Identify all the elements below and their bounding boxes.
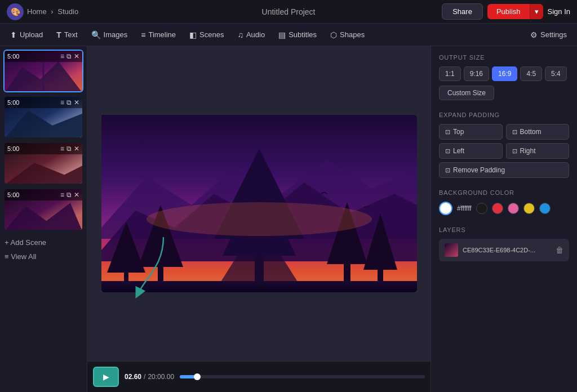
- color-swatch-white[interactable]: [439, 202, 452, 215]
- toolbar-shapes-label: Shapes: [340, 30, 365, 39]
- svg-rect-28: [101, 281, 417, 292]
- color-hex-value: #ffffff: [457, 204, 472, 212]
- ratio-5-4[interactable]: 5:4: [545, 66, 567, 81]
- remove-padding-button[interactable]: ⊡ Remove Padding: [439, 162, 569, 178]
- layers-label: LAYERS: [439, 226, 569, 233]
- padding-left-button[interactable]: ⊡ Left: [439, 143, 503, 159]
- timeline-times: 02.60 / 20:00.00: [125, 373, 174, 381]
- scene-overlay-4: 5:00 ≡ ⧉ ✕: [5, 189, 82, 201]
- color-swatch-pink[interactable]: [508, 203, 519, 214]
- toolbar-images[interactable]: 🔍 Images: [86, 28, 134, 42]
- ratio-16-9[interactable]: 16:9: [492, 66, 517, 81]
- scene-copy-icon-2[interactable]: ⧉: [66, 99, 72, 106]
- padding-left-label: Left: [453, 147, 464, 155]
- scene-menu-icon-1[interactable]: ≡: [60, 52, 64, 60]
- toolbar-timeline[interactable]: ≡ Timeline: [135, 28, 181, 42]
- padding-top-button[interactable]: ⊡ Top: [439, 124, 503, 140]
- remove-padding-icon: ⊡: [445, 167, 450, 174]
- scene-time-3: 5:00: [7, 145, 19, 152]
- topbar-left: 🎨 Home › Studio: [7, 3, 78, 20]
- background-color-label: BACKGROUND COLOR: [439, 189, 569, 196]
- scene-delete-icon-3[interactable]: ✕: [74, 145, 79, 153]
- add-scene-button[interactable]: + Add Scene: [5, 237, 82, 248]
- subtitles-icon: ▤: [278, 30, 286, 39]
- timeline-current-time: 02.60: [125, 373, 141, 381]
- layer-delete-button[interactable]: 🗑: [556, 246, 563, 255]
- topbar-right: Share Publish ▾ Sign In: [442, 3, 570, 20]
- toolbar-text-label: Text: [64, 30, 78, 39]
- padding-right-label: Right: [520, 147, 536, 155]
- ratio-1-1[interactable]: 1:1: [439, 66, 461, 81]
- scene-item-4[interactable]: 5:00 ≡ ⧉ ✕: [3, 188, 83, 231]
- background-color-section: BACKGROUND COLOR #ffffff: [439, 189, 569, 215]
- padding-top-icon: ⊡: [445, 128, 450, 136]
- color-swatch-blue[interactable]: [539, 203, 551, 214]
- upload-icon: ⬆: [10, 30, 17, 39]
- breadcrumb-home[interactable]: Home: [27, 7, 47, 16]
- padding-bottom-icon: ⊡: [512, 128, 517, 136]
- publish-button-group: Publish ▾: [487, 4, 543, 19]
- scene-overlay-1: 5:00 ≡ ⧉ ✕: [5, 51, 82, 62]
- toolbar-scenes-label: Scenes: [199, 30, 224, 39]
- padding-right-button[interactable]: ⊡ Right: [506, 143, 570, 159]
- scene-delete-icon-2[interactable]: ✕: [74, 99, 79, 106]
- scenes-panel: 5:00 ≡ ⧉ ✕: [0, 46, 87, 392]
- toolbar-images-label: Images: [104, 30, 128, 39]
- toolbar-scenes[interactable]: ◧ Scenes: [184, 28, 229, 42]
- output-size-label: OUTPUT SIZE: [439, 54, 569, 61]
- scene-menu-icon-3[interactable]: ≡: [60, 145, 64, 153]
- timeline-track[interactable]: [180, 375, 425, 378]
- toolbar-upload-label: Upload: [20, 30, 43, 39]
- topbar-center: [239, 7, 338, 16]
- scene-delete-icon-1[interactable]: ✕: [74, 52, 79, 60]
- canvas-preview: [101, 115, 417, 292]
- scene-item-3[interactable]: 5:00 ≡ ⧉ ✕: [3, 142, 83, 185]
- toolbar-settings[interactable]: ⚙ Settings: [525, 28, 572, 42]
- padding-bottom-label: Bottom: [520, 128, 542, 136]
- shapes-icon: ⬡: [330, 30, 337, 39]
- canvas-wrapper: [87, 46, 430, 361]
- toolbar-shapes[interactable]: ⬡ Shapes: [325, 28, 370, 42]
- color-swatch-yellow[interactable]: [523, 203, 535, 214]
- scene-copy-icon-1[interactable]: ⧉: [66, 52, 72, 60]
- layer-item[interactable]: CE89C33E-E698-4C2D-... 🗑: [439, 239, 569, 261]
- scene-delete-icon-4[interactable]: ✕: [74, 191, 79, 199]
- color-swatch-red[interactable]: [492, 203, 503, 214]
- custom-size-button[interactable]: Custom Size: [439, 86, 494, 100]
- scene-item-2[interactable]: 5:00 ≡ ⧉ ✕: [3, 96, 83, 139]
- scene-copy-icon-4[interactable]: ⧉: [66, 191, 72, 199]
- expand-padding-label: EXPAND PADDING: [439, 112, 569, 118]
- scene-overlay-2: 5:00 ≡ ⧉ ✕: [5, 97, 82, 108]
- project-title-input[interactable]: [239, 7, 338, 16]
- main-content: 5:00 ≡ ⧉ ✕: [0, 46, 577, 392]
- scene-menu-icon-2[interactable]: ≡: [60, 99, 64, 106]
- timeline-separator: /: [144, 373, 145, 381]
- ratio-4-5[interactable]: 4:5: [520, 66, 542, 81]
- audio-icon: ♫: [237, 30, 243, 39]
- timeline-handle[interactable]: [194, 373, 201, 380]
- timeline-total-time: 20:00.00: [148, 373, 174, 381]
- scene-icons-3: ≡ ⧉ ✕: [60, 145, 79, 153]
- canvas-scene-svg: [101, 115, 417, 292]
- play-button[interactable]: ▶: [93, 367, 119, 387]
- toolbar-upload[interactable]: ⬆ Upload: [5, 28, 48, 42]
- breadcrumb-studio: Studio: [57, 7, 78, 16]
- play-icon: ▶: [103, 372, 109, 381]
- signin-button[interactable]: Sign In: [548, 7, 570, 16]
- scene-copy-icon-3[interactable]: ⧉: [66, 145, 72, 153]
- padding-bottom-button[interactable]: ⊡ Bottom: [506, 124, 570, 140]
- ratio-9-16[interactable]: 9:16: [464, 66, 489, 81]
- share-button[interactable]: Share: [442, 3, 483, 20]
- scene-icons-1: ≡ ⧉ ✕: [60, 52, 79, 60]
- publish-dropdown-button[interactable]: ▾: [530, 4, 543, 19]
- toolbar-text[interactable]: T Text: [51, 28, 83, 42]
- publish-button[interactable]: Publish: [487, 4, 530, 19]
- view-all-button[interactable]: ≡ View All: [5, 251, 82, 262]
- toolbar-subtitles[interactable]: ▤ Subtitles: [273, 28, 322, 42]
- expand-padding-section: EXPAND PADDING ⊡ Top ⊡ Bottom ⊡ Left ⊡ R…: [439, 112, 569, 178]
- toolbar-audio[interactable]: ♫ Audio: [232, 28, 270, 42]
- scene-item-1[interactable]: 5:00 ≡ ⧉ ✕: [3, 50, 83, 92]
- timeline-icon: ≡: [141, 30, 145, 39]
- color-swatch-black[interactable]: [476, 203, 487, 214]
- scene-menu-icon-4[interactable]: ≡: [60, 191, 64, 199]
